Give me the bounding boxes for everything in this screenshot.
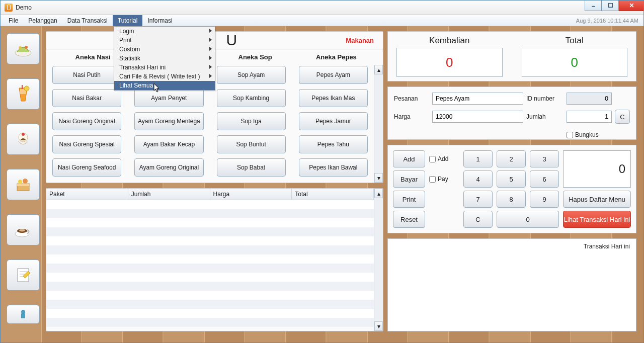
- menu-item-button[interactable]: Pepes Ikan Mas: [299, 89, 368, 107]
- key-5[interactable]: 5: [497, 170, 526, 188]
- menu-item-button[interactable]: Nasi Goreng Seafood: [52, 158, 121, 177]
- dropdown-lihat-semua[interactable]: Lihat Semua: [114, 81, 215, 90]
- scroll-up-icon[interactable]: ▴: [374, 189, 383, 198]
- menu-item-button[interactable]: Sop Iga: [217, 112, 286, 130]
- lihat-transaksi-button[interactable]: Lihat Transaksi Hari ini: [563, 211, 631, 228]
- menu-item-button[interactable]: Sop Kambing: [217, 89, 286, 107]
- settings-category-button[interactable]: [7, 305, 40, 324]
- pay-chk-label: Pay: [438, 176, 448, 183]
- key-0[interactable]: 0: [497, 211, 559, 228]
- table-header: Paket Jumlah Harga Total: [46, 189, 374, 200]
- dropdown-transaksi[interactable]: Transaksi Hari ini: [114, 63, 215, 72]
- snack-category-button[interactable]: [7, 169, 40, 200]
- menubar: File Pelanggan Data Transaksi Tutorial I…: [1, 15, 643, 27]
- svg-point-15: [23, 179, 28, 184]
- key-c[interactable]: C: [463, 211, 493, 228]
- print-button[interactable]: Print: [393, 191, 425, 208]
- dropdown-print[interactable]: Print: [114, 36, 215, 45]
- svg-point-6: [25, 46, 28, 49]
- menu-item-button[interactable]: Nasi Bakar: [52, 89, 121, 107]
- submenu-arrow-icon: [209, 47, 212, 51]
- menu-scrollbar[interactable]: ▴ ▾: [374, 65, 383, 183]
- add-checkbox[interactable]: [429, 156, 436, 162]
- menu-informasi[interactable]: Informasi: [142, 15, 177, 26]
- key-6[interactable]: 6: [530, 170, 559, 188]
- menu-item-button[interactable]: Sop Babat: [217, 158, 286, 177]
- kembalian-label: Kembalian: [429, 36, 469, 46]
- coffee-category-button[interactable]: [7, 214, 40, 245]
- svg-point-18: [19, 229, 25, 232]
- jumlah-label: Jumlah: [526, 113, 564, 120]
- menu-item-button[interactable]: Pepes Ayam: [299, 66, 368, 84]
- drink-category-button[interactable]: [7, 78, 40, 110]
- svg-point-5: [19, 46, 22, 49]
- keypad-display: 0: [563, 150, 631, 188]
- harga-label: Harga: [394, 113, 429, 120]
- menu-tutorial[interactable]: Tutorial: [113, 15, 143, 26]
- minimize-button[interactable]: [585, 0, 602, 11]
- titlebar: Demo: [1, 1, 643, 15]
- dessert-category-button[interactable]: [7, 124, 40, 155]
- menu-data-transaksi[interactable]: Data Transaksi: [62, 15, 113, 26]
- key-3[interactable]: 3: [530, 150, 559, 167]
- menu-item-button[interactable]: Ayam Goreng Mentega: [134, 112, 203, 130]
- key-1[interactable]: 1: [463, 150, 493, 167]
- scroll-up-icon[interactable]: ▴: [374, 65, 383, 74]
- dropdown-statistik[interactable]: Statistik: [114, 54, 215, 63]
- scroll-down-icon[interactable]: ▾: [374, 321, 383, 331]
- svg-point-24: [21, 310, 25, 314]
- note-category-button[interactable]: [7, 260, 40, 291]
- menu-item-button[interactable]: Ayam Penyet: [134, 89, 203, 107]
- menu-item-button[interactable]: Pepes Tahu: [299, 135, 368, 153]
- menu-pelanggan[interactable]: Pelanggan: [23, 15, 62, 26]
- window-title: Demo: [16, 4, 32, 11]
- bayar-button[interactable]: Bayar: [393, 170, 425, 188]
- key-7[interactable]: 7: [463, 191, 493, 208]
- menu-item-button[interactable]: Pepes Ikan Bawal: [299, 158, 368, 177]
- menu-item-button[interactable]: Nasi Putih: [52, 66, 121, 84]
- table-body[interactable]: [46, 200, 374, 331]
- svg-point-14: [18, 180, 22, 184]
- scroll-down-icon[interactable]: ▾: [374, 173, 383, 183]
- key-4[interactable]: 4: [463, 170, 493, 188]
- key-8[interactable]: 8: [497, 191, 526, 208]
- dropdown-cari-file[interactable]: Cari File & Revisi ( Write text ): [114, 72, 215, 81]
- menu-file[interactable]: File: [4, 15, 23, 26]
- tutorial-dropdown: Login Print Costom Statistik Transaksi H…: [114, 26, 215, 91]
- add-button[interactable]: Add: [393, 150, 425, 167]
- menu-item-button[interactable]: Sop Buntut: [217, 135, 286, 153]
- menu-item-button[interactable]: Ayam Goreng Original: [134, 158, 203, 177]
- hapus-button[interactable]: Hapus Daftar Menu: [563, 191, 631, 208]
- pay-checkbox[interactable]: [429, 176, 436, 183]
- svg-rect-9: [22, 85, 23, 89]
- dropdown-login[interactable]: Login: [114, 27, 215, 36]
- transaksi-panel: Transaksi Hari ini: [387, 238, 636, 331]
- reset-button[interactable]: Reset: [393, 211, 425, 228]
- bungkus-checkbox[interactable]: [567, 132, 573, 138]
- jumlah-input[interactable]: [567, 111, 612, 123]
- totals-panel: Kembalian 0 Total 0: [387, 31, 636, 81]
- maximize-button[interactable]: [602, 0, 619, 11]
- key-2[interactable]: 2: [497, 150, 526, 167]
- dropdown-costom[interactable]: Costom: [114, 45, 215, 54]
- submenu-arrow-icon: [209, 56, 212, 60]
- th-jumlah: Jumlah: [128, 189, 210, 200]
- harga-input[interactable]: [432, 111, 523, 123]
- svg-rect-1: [608, 4, 612, 8]
- category-iconbar: [1, 26, 46, 342]
- submenu-arrow-icon: [209, 38, 212, 42]
- java-icon: [5, 4, 13, 12]
- food-category-button[interactable]: [7, 33, 40, 64]
- menu-item-button[interactable]: Nasi Goreng Spesial: [52, 135, 121, 153]
- table-scrollbar[interactable]: ▴ ▾: [374, 189, 383, 331]
- menu-item-button[interactable]: Pepes Jamur: [299, 112, 368, 130]
- keypad-panel: Add Add 1 2 3 0 Bayar Pay 4 5 6 Print 7 …: [387, 145, 636, 233]
- close-button[interactable]: [619, 0, 644, 11]
- menu-item-button[interactable]: Ayam Bakar Kecap: [134, 135, 203, 153]
- key-9[interactable]: 9: [530, 191, 559, 208]
- clear-jumlah-button[interactable]: C: [615, 110, 630, 124]
- total-label: Total: [566, 36, 584, 46]
- pesanan-input[interactable]: [432, 93, 523, 105]
- menu-item-button[interactable]: Nasi Goreng Original: [52, 112, 121, 130]
- menu-item-button[interactable]: Sop Ayam: [217, 66, 286, 84]
